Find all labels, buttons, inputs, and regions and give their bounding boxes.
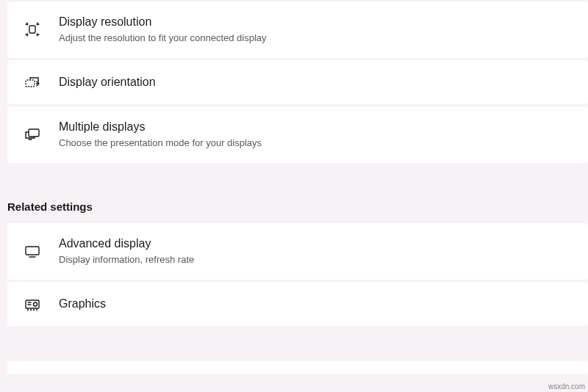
related-settings-header: Related settings bbox=[0, 189, 588, 223]
setting-item-title: Advanced display bbox=[59, 236, 194, 252]
related-settings-group: Advanced display Display information, re… bbox=[0, 223, 588, 328]
setting-item-text: Multiple displays Choose the presentatio… bbox=[59, 120, 262, 150]
setting-item-title: Multiple displays bbox=[59, 120, 262, 135]
setting-item-title: Display orientation bbox=[59, 75, 156, 90]
setting-item-multiple-displays[interactable]: Multiple displays Choose the presentatio… bbox=[7, 106, 588, 163]
setting-item-subtitle: Choose the presentation mode for your di… bbox=[59, 137, 262, 150]
setting-item-text: Display orientation bbox=[59, 75, 156, 90]
svg-rect-1 bbox=[26, 80, 35, 87]
setting-item-display-resolution[interactable]: Display resolution Adjust the resolution… bbox=[7, 1, 588, 58]
advanced-display-icon bbox=[24, 242, 41, 260]
main-settings-group: Display resolution Adjust the resolution… bbox=[0, 0, 588, 165]
setting-item-display-orientation[interactable]: Display orientation bbox=[7, 60, 588, 104]
resolution-icon bbox=[24, 21, 41, 38]
setting-item-title: Display resolution bbox=[59, 15, 267, 30]
setting-item-subtitle: Display information, refresh rate bbox=[59, 253, 194, 266]
setting-item-text: Graphics bbox=[59, 297, 106, 312]
setting-item-graphics[interactable]: Graphics bbox=[7, 282, 588, 326]
multiple-displays-icon bbox=[24, 126, 41, 143]
setting-item-advanced-display[interactable]: Advanced display Display information, re… bbox=[7, 223, 588, 280]
svg-point-5 bbox=[34, 302, 37, 306]
graphics-icon bbox=[24, 295, 41, 313]
svg-rect-2 bbox=[29, 129, 39, 137]
setting-item-title: Graphics bbox=[59, 297, 106, 312]
watermark-text: wsxdn.com bbox=[548, 382, 585, 391]
svg-rect-3 bbox=[26, 247, 39, 255]
setting-item-text: Display resolution Adjust the resolution… bbox=[59, 15, 267, 45]
svg-rect-0 bbox=[29, 26, 35, 33]
orientation-icon bbox=[24, 73, 41, 91]
setting-item-subtitle: Adjust the resolution to fit your connec… bbox=[59, 32, 267, 45]
setting-item-text: Advanced display Display information, re… bbox=[59, 236, 194, 266]
partial-card-bottom bbox=[7, 361, 588, 374]
